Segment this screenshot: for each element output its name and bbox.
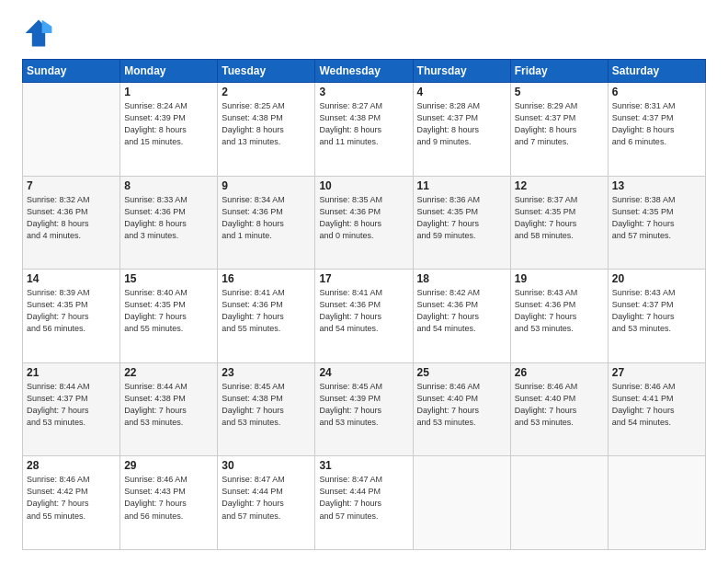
day-info: Sunrise: 8:25 AM Sunset: 4:38 PM Dayligh…	[222, 100, 311, 148]
calendar-cell: 19Sunrise: 8:43 AM Sunset: 4:36 PM Dayli…	[510, 270, 608, 363]
weekday-header: Saturday	[608, 60, 705, 83]
day-number: 27	[612, 366, 701, 379]
calendar-cell: 31Sunrise: 8:47 AM Sunset: 4:44 PM Dayli…	[315, 456, 413, 550]
day-info: Sunrise: 8:28 AM Sunset: 4:37 PM Dayligh…	[417, 100, 506, 148]
day-info: Sunrise: 8:27 AM Sunset: 4:38 PM Dayligh…	[319, 100, 408, 148]
day-number: 21	[27, 366, 116, 379]
day-number: 15	[124, 272, 213, 285]
day-number: 18	[417, 272, 506, 285]
calendar-cell: 4Sunrise: 8:28 AM Sunset: 4:37 PM Daylig…	[413, 83, 510, 177]
day-info: Sunrise: 8:46 AM Sunset: 4:40 PM Dayligh…	[417, 381, 506, 429]
calendar-cell	[608, 456, 705, 550]
calendar-cell: 10Sunrise: 8:35 AM Sunset: 4:36 PM Dayli…	[315, 176, 413, 270]
calendar-cell: 24Sunrise: 8:45 AM Sunset: 4:39 PM Dayli…	[315, 362, 413, 456]
calendar-cell: 18Sunrise: 8:42 AM Sunset: 4:36 PM Dayli…	[413, 270, 510, 363]
day-number: 23	[222, 366, 311, 379]
weekday-header: Tuesday	[218, 60, 315, 83]
day-number: 26	[515, 366, 604, 379]
calendar-cell: 14Sunrise: 8:39 AM Sunset: 4:35 PM Dayli…	[23, 270, 120, 363]
day-number: 16	[222, 272, 311, 285]
weekday-header: Monday	[120, 60, 218, 83]
day-number: 12	[515, 179, 604, 192]
calendar-cell: 2Sunrise: 8:25 AM Sunset: 4:38 PM Daylig…	[218, 83, 315, 177]
day-info: Sunrise: 8:44 AM Sunset: 4:38 PM Dayligh…	[124, 381, 213, 429]
weekday-header: Wednesday	[315, 60, 413, 83]
day-number: 7	[27, 179, 116, 192]
header	[22, 17, 706, 50]
day-info: Sunrise: 8:36 AM Sunset: 4:35 PM Dayligh…	[417, 194, 506, 242]
calendar-cell: 11Sunrise: 8:36 AM Sunset: 4:35 PM Dayli…	[413, 176, 510, 270]
day-info: Sunrise: 8:44 AM Sunset: 4:37 PM Dayligh…	[27, 381, 116, 429]
calendar-week-row: 21Sunrise: 8:44 AM Sunset: 4:37 PM Dayli…	[23, 362, 706, 456]
weekday-header: Sunday	[23, 60, 120, 83]
calendar-cell: 3Sunrise: 8:27 AM Sunset: 4:38 PM Daylig…	[315, 83, 413, 177]
day-number: 5	[515, 86, 604, 98]
day-info: Sunrise: 8:29 AM Sunset: 4:37 PM Dayligh…	[515, 100, 604, 148]
calendar-cell: 16Sunrise: 8:41 AM Sunset: 4:36 PM Dayli…	[218, 270, 315, 363]
calendar-cell: 25Sunrise: 8:46 AM Sunset: 4:40 PM Dayli…	[413, 362, 510, 456]
day-number: 24	[319, 366, 408, 379]
day-number: 6	[612, 86, 701, 98]
day-info: Sunrise: 8:35 AM Sunset: 4:36 PM Dayligh…	[319, 194, 408, 242]
day-number: 14	[27, 272, 116, 285]
day-number: 8	[124, 179, 213, 192]
weekday-header: Thursday	[413, 60, 510, 83]
calendar-cell: 13Sunrise: 8:38 AM Sunset: 4:35 PM Dayli…	[608, 176, 705, 270]
day-number: 28	[27, 459, 116, 472]
day-info: Sunrise: 8:34 AM Sunset: 4:36 PM Dayligh…	[222, 194, 311, 242]
day-number: 10	[319, 179, 408, 192]
calendar: SundayMondayTuesdayWednesdayThursdayFrid…	[22, 59, 706, 550]
day-number: 2	[222, 86, 311, 98]
day-info: Sunrise: 8:24 AM Sunset: 4:39 PM Dayligh…	[124, 100, 213, 148]
day-info: Sunrise: 8:47 AM Sunset: 4:44 PM Dayligh…	[319, 474, 408, 522]
day-info: Sunrise: 8:31 AM Sunset: 4:37 PM Dayligh…	[612, 100, 701, 148]
day-info: Sunrise: 8:32 AM Sunset: 4:36 PM Dayligh…	[27, 194, 116, 242]
day-number: 11	[417, 179, 506, 192]
calendar-cell: 21Sunrise: 8:44 AM Sunset: 4:37 PM Dayli…	[23, 362, 120, 456]
day-info: Sunrise: 8:46 AM Sunset: 4:43 PM Dayligh…	[124, 474, 213, 522]
calendar-cell: 27Sunrise: 8:46 AM Sunset: 4:41 PM Dayli…	[608, 362, 705, 456]
day-info: Sunrise: 8:40 AM Sunset: 4:35 PM Dayligh…	[124, 287, 213, 335]
day-number: 20	[612, 272, 701, 285]
day-number: 19	[515, 272, 604, 285]
calendar-cell	[413, 456, 510, 550]
calendar-cell: 29Sunrise: 8:46 AM Sunset: 4:43 PM Dayli…	[120, 456, 218, 550]
calendar-week-row: 7Sunrise: 8:32 AM Sunset: 4:36 PM Daylig…	[23, 176, 706, 270]
calendar-week-row: 28Sunrise: 8:46 AM Sunset: 4:42 PM Dayli…	[23, 456, 706, 550]
day-info: Sunrise: 8:46 AM Sunset: 4:42 PM Dayligh…	[27, 474, 116, 522]
day-number: 31	[319, 459, 408, 472]
day-number: 30	[222, 459, 311, 472]
day-info: Sunrise: 8:41 AM Sunset: 4:36 PM Dayligh…	[319, 287, 408, 335]
day-info: Sunrise: 8:42 AM Sunset: 4:36 PM Dayligh…	[417, 287, 506, 335]
day-number: 4	[417, 86, 506, 98]
logo	[22, 17, 61, 50]
calendar-cell: 9Sunrise: 8:34 AM Sunset: 4:36 PM Daylig…	[218, 176, 315, 270]
calendar-cell	[510, 456, 608, 550]
calendar-week-row: 14Sunrise: 8:39 AM Sunset: 4:35 PM Dayli…	[23, 270, 706, 363]
day-info: Sunrise: 8:47 AM Sunset: 4:44 PM Dayligh…	[222, 474, 311, 522]
calendar-cell: 5Sunrise: 8:29 AM Sunset: 4:37 PM Daylig…	[510, 83, 608, 177]
weekday-header: Friday	[510, 60, 608, 83]
day-info: Sunrise: 8:43 AM Sunset: 4:36 PM Dayligh…	[515, 287, 604, 335]
calendar-cell: 17Sunrise: 8:41 AM Sunset: 4:36 PM Dayli…	[315, 270, 413, 363]
calendar-cell: 26Sunrise: 8:46 AM Sunset: 4:40 PM Dayli…	[510, 362, 608, 456]
calendar-cell	[23, 83, 120, 177]
calendar-cell: 23Sunrise: 8:45 AM Sunset: 4:38 PM Dayli…	[218, 362, 315, 456]
day-info: Sunrise: 8:46 AM Sunset: 4:40 PM Dayligh…	[515, 381, 604, 429]
calendar-cell: 8Sunrise: 8:33 AM Sunset: 4:36 PM Daylig…	[120, 176, 218, 270]
day-number: 29	[124, 459, 213, 472]
calendar-cell: 28Sunrise: 8:46 AM Sunset: 4:42 PM Dayli…	[23, 456, 120, 550]
calendar-cell: 6Sunrise: 8:31 AM Sunset: 4:37 PM Daylig…	[608, 83, 705, 177]
calendar-cell: 20Sunrise: 8:43 AM Sunset: 4:37 PM Dayli…	[608, 270, 705, 363]
day-info: Sunrise: 8:39 AM Sunset: 4:35 PM Dayligh…	[27, 287, 116, 335]
calendar-cell: 1Sunrise: 8:24 AM Sunset: 4:39 PM Daylig…	[120, 83, 218, 177]
day-number: 17	[319, 272, 408, 285]
day-number: 22	[124, 366, 213, 379]
day-info: Sunrise: 8:41 AM Sunset: 4:36 PM Dayligh…	[222, 287, 311, 335]
weekday-header-row: SundayMondayTuesdayWednesdayThursdayFrid…	[23, 60, 706, 83]
day-info: Sunrise: 8:45 AM Sunset: 4:39 PM Dayligh…	[319, 381, 408, 429]
day-number: 1	[124, 86, 213, 98]
day-number: 3	[319, 86, 408, 98]
calendar-week-row: 1Sunrise: 8:24 AM Sunset: 4:39 PM Daylig…	[23, 83, 706, 177]
calendar-cell: 15Sunrise: 8:40 AM Sunset: 4:35 PM Dayli…	[120, 270, 218, 363]
